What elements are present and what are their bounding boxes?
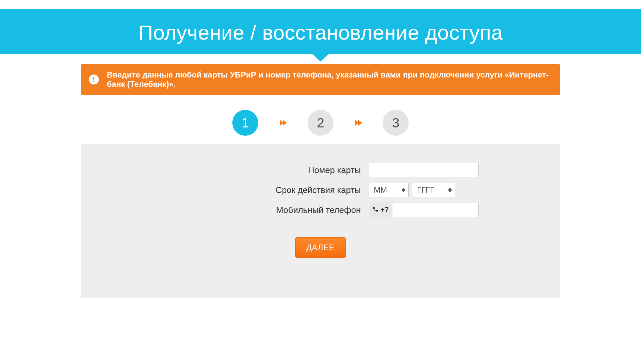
expiry-label: Срок действия карты	[162, 185, 369, 195]
step-3: 3	[383, 110, 409, 136]
step-2: 2	[308, 110, 333, 136]
card-number-label: Номер карты	[162, 165, 369, 175]
form-panel: Номер карты Срок действия карты ММ ГГГГ	[81, 144, 560, 298]
expiry-month-select[interactable]: ММ	[369, 183, 409, 197]
top-spacer	[0, 0, 641, 9]
phone-prefix: +7	[369, 203, 392, 217]
banner-arrow-icon	[313, 54, 328, 62]
step-arrow-icon	[278, 118, 288, 127]
phone-icon	[372, 206, 378, 214]
phone-input[interactable]	[392, 203, 479, 217]
info-notice: ! Введите данные любой карты УБРиР и ном…	[81, 64, 560, 95]
svg-marker-3	[358, 120, 362, 126]
step-1: 1	[232, 110, 258, 136]
phone-row: Мобильный телефон +7	[81, 203, 560, 217]
page-title: Получение / восстановление доступа	[0, 21, 641, 44]
expiry-year-value: ГГГГ	[417, 185, 434, 195]
card-number-input[interactable]	[369, 163, 479, 177]
phone-label: Мобильный телефон	[162, 205, 369, 215]
expiry-year-select[interactable]: ГГГГ	[412, 183, 455, 197]
chevron-updown-icon	[402, 188, 405, 192]
card-number-row: Номер карты	[81, 163, 560, 177]
expiry-month-value: ММ	[374, 185, 387, 195]
page-banner: Получение / восстановление доступа	[0, 9, 641, 54]
next-button[interactable]: ДАЛЕЕ	[295, 237, 346, 258]
notice-text: Введите данные любой карты УБРиР и номер…	[107, 70, 552, 89]
phone-group: +7	[369, 203, 479, 217]
svg-marker-1	[283, 120, 287, 126]
chevron-updown-icon	[448, 188, 452, 192]
step-indicator: 1 2 3	[81, 110, 560, 136]
phone-prefix-text: +7	[380, 206, 389, 214]
expiry-row: Срок действия карты ММ ГГГГ	[81, 183, 560, 197]
exclamation-icon: !	[89, 75, 99, 85]
step-arrow-icon	[353, 118, 363, 127]
